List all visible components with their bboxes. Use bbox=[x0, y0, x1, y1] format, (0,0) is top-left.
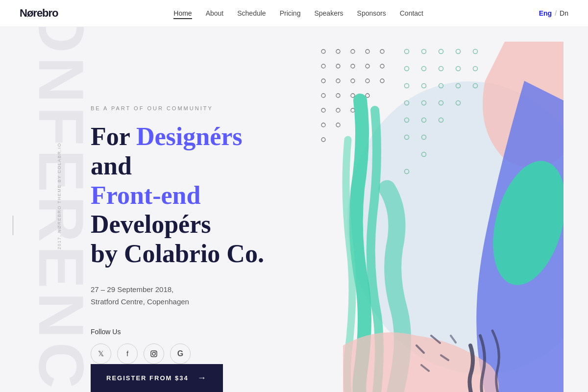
svg-point-19 bbox=[321, 94, 325, 98]
svg-point-18 bbox=[380, 79, 384, 83]
svg-point-40 bbox=[422, 84, 426, 88]
social-icons: 𝕏 f G bbox=[91, 343, 279, 364]
hero-title-for: For bbox=[91, 122, 136, 150]
svg-point-7 bbox=[366, 49, 369, 53]
facebook-icon[interactable]: f bbox=[117, 343, 138, 364]
hero-title-designers: Designérs bbox=[136, 122, 243, 150]
svg-point-32 bbox=[456, 49, 461, 54]
svg-point-34 bbox=[405, 67, 409, 71]
svg-point-5 bbox=[336, 49, 340, 53]
register-button[interactable]: REGISTER FROM $34 → bbox=[91, 364, 223, 392]
svg-point-8 bbox=[380, 49, 384, 53]
register-arrow-icon: → bbox=[197, 373, 207, 383]
date-line2: Stratford Centre, Copenhagen bbox=[91, 295, 279, 308]
nav-home[interactable]: Home bbox=[173, 9, 192, 19]
svg-point-36 bbox=[439, 67, 443, 71]
hero-date: 27 – 29 September 2018, Stratford Centre… bbox=[91, 283, 279, 308]
svg-point-28 bbox=[321, 138, 325, 142]
svg-point-20 bbox=[336, 94, 340, 98]
svg-point-37 bbox=[456, 67, 461, 71]
svg-point-15 bbox=[336, 79, 340, 83]
twitter-icon[interactable]: 𝕏 bbox=[91, 343, 111, 364]
google-icon[interactable]: G bbox=[170, 343, 191, 364]
abstract-art-svg bbox=[318, 42, 564, 392]
svg-point-6 bbox=[351, 49, 355, 53]
svg-point-22 bbox=[366, 94, 369, 98]
hero-illustration bbox=[279, 27, 588, 392]
nav-sponsors[interactable]: Sponsors bbox=[357, 9, 386, 17]
side-line-decoration bbox=[13, 216, 13, 235]
lang-divider: / bbox=[555, 9, 557, 17]
svg-point-10 bbox=[336, 64, 340, 68]
svg-point-27 bbox=[336, 123, 340, 127]
hero-title-and: and bbox=[91, 152, 132, 180]
svg-point-33 bbox=[473, 49, 478, 54]
nav-about[interactable]: About bbox=[206, 9, 224, 17]
instagram-icon[interactable] bbox=[144, 343, 164, 364]
svg-point-11 bbox=[351, 64, 355, 68]
nav-links: Home About Schedule Pricing Speakers Spo… bbox=[173, 9, 423, 18]
hero-title: For Designérs and Front-end Developérs b… bbox=[91, 122, 279, 269]
svg-point-2 bbox=[155, 352, 156, 353]
svg-point-12 bbox=[366, 64, 369, 68]
community-label: BE A PART OF OUR COMMUNITY bbox=[91, 105, 279, 111]
svg-point-23 bbox=[321, 108, 325, 112]
svg-point-29 bbox=[405, 49, 409, 54]
navbar: Nørebro Home About Schedule Pricing Spea… bbox=[0, 0, 588, 27]
date-line1: 27 – 29 September 2018, bbox=[91, 283, 279, 296]
svg-point-31 bbox=[439, 49, 443, 54]
language-switcher: Eng / Dn bbox=[539, 9, 568, 17]
svg-point-21 bbox=[351, 94, 355, 98]
svg-point-16 bbox=[351, 79, 355, 83]
lang-dn[interactable]: Dn bbox=[560, 9, 568, 17]
svg-point-13 bbox=[380, 64, 384, 68]
left-section: BE A PART OF OUR COMMUNITY For Designérs… bbox=[0, 27, 279, 392]
svg-point-17 bbox=[366, 79, 369, 83]
register-label: REGISTER FROM $34 bbox=[106, 374, 189, 382]
svg-point-30 bbox=[422, 49, 426, 54]
nav-contact[interactable]: Contact bbox=[400, 9, 423, 17]
svg-point-26 bbox=[321, 123, 325, 127]
hero-title-frontend: Front-end bbox=[91, 181, 200, 209]
svg-point-9 bbox=[321, 64, 325, 68]
svg-point-38 bbox=[473, 67, 478, 71]
hero-title-developers: Developérs bbox=[91, 210, 211, 238]
nav-speakers[interactable]: Speakers bbox=[314, 9, 343, 17]
svg-rect-0 bbox=[151, 351, 157, 357]
svg-point-35 bbox=[422, 67, 426, 71]
logo[interactable]: Nørebro bbox=[20, 7, 58, 20]
follow-label: Follow Us bbox=[91, 328, 279, 336]
side-copyright: 2017, NØREBRO THEME BY COLABR.IO bbox=[57, 143, 62, 249]
svg-point-1 bbox=[152, 352, 155, 355]
hero-title-colabrio: by Colabrio Co. bbox=[91, 240, 264, 268]
main-content: BE A PART OF OUR COMMUNITY For Designérs… bbox=[0, 27, 588, 392]
svg-point-39 bbox=[405, 84, 409, 88]
lang-eng[interactable]: Eng bbox=[539, 9, 552, 17]
nav-pricing[interactable]: Pricing bbox=[280, 9, 301, 17]
svg-point-24 bbox=[336, 108, 340, 112]
svg-point-4 bbox=[321, 49, 325, 53]
nav-schedule[interactable]: Schedule bbox=[237, 9, 266, 17]
svg-point-14 bbox=[321, 79, 325, 83]
